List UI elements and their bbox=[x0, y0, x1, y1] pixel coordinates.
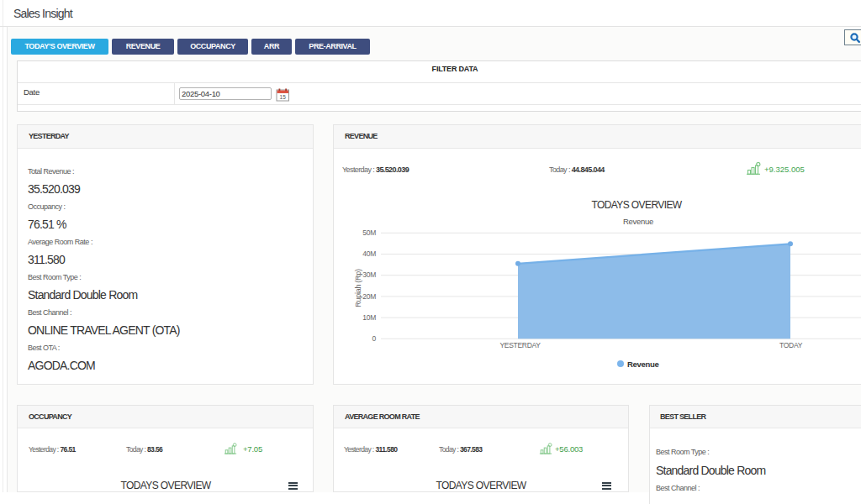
svg-text:15: 15 bbox=[280, 94, 287, 100]
